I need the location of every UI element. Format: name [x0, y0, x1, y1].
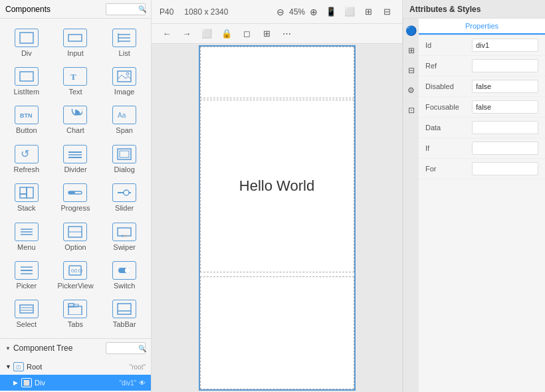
tree-collapse-icon[interactable]: ▼	[5, 345, 11, 351]
tree-item-icon-root: ◫	[13, 362, 24, 371]
prop-value-ref[interactable]	[472, 59, 538, 72]
svg-point-9	[126, 72, 129, 75]
component-label-picker: Picker	[17, 282, 37, 290]
tree-search-input[interactable]	[109, 344, 138, 352]
component-tabs[interactable]: Tabs	[52, 296, 100, 333]
component-div[interactable]: Div	[3, 24, 51, 61]
settings-icon[interactable]: ⚙	[403, 82, 419, 98]
split-button[interactable]: ⊞	[259, 27, 274, 41]
component-pickerview[interactable]: 00:00 PickerView	[52, 256, 100, 294]
components-grid: Div Input List ListItem T Text Image BTN…	[0, 19, 151, 338]
component-swiper[interactable]: Swiper	[100, 218, 148, 255]
redo-button[interactable]: →	[179, 27, 194, 41]
component-slider[interactable]: Slider	[100, 179, 148, 217]
prop-row-ref: Ref	[419, 56, 545, 76]
zoom-label: 45%	[289, 7, 305, 17]
tree-expand-root[interactable]: ▼	[5, 363, 12, 370]
prop-label-if: If	[425, 144, 472, 152]
svg-rect-30	[118, 228, 131, 236]
prop-row-for: For	[419, 159, 545, 179]
more-button[interactable]: ⋯	[279, 27, 294, 41]
undo-button[interactable]: ←	[160, 27, 174, 41]
component-option[interactable]: Option	[52, 218, 100, 255]
prop-value-for[interactable]	[472, 162, 538, 175]
component-icon-refresh: ↺	[15, 145, 39, 163]
component-image[interactable]: Image	[100, 62, 148, 100]
tree-expand-div1[interactable]: ▶	[13, 379, 20, 386]
canvas-area[interactable]: Hello World	[152, 44, 402, 392]
component-tabbar[interactable]: TabBar	[100, 296, 148, 333]
tree-item-root[interactable]: ▼ ◫ Root "root"	[0, 359, 151, 375]
component-switch[interactable]: Switch	[100, 256, 148, 294]
prop-label-for: For	[425, 165, 472, 173]
prop-label-focusable: Focusable	[425, 103, 472, 111]
device-frame-button[interactable]: ⬜	[199, 27, 214, 41]
component-label-chart: Chart	[66, 126, 84, 134]
prop-label-ref: Ref	[425, 62, 472, 70]
component-stack[interactable]: Stack	[3, 179, 51, 217]
phone-icon[interactable]: 📱	[324, 5, 338, 19]
prop-value-if[interactable]	[472, 142, 538, 155]
properties-icon[interactable]: 🔵	[403, 23, 419, 39]
svg-point-33	[126, 235, 128, 237]
svg-point-40	[125, 268, 130, 273]
grid-icon[interactable]: ⊟	[380, 5, 394, 19]
canvas-toolbar: P40 1080 x 2340 ⊖ 45% ⊕ 📱 ⬜ ⊞ ⊟	[152, 0, 402, 24]
component-label-refresh: Refresh	[14, 165, 40, 173]
prop-value-id[interactable]: div1	[472, 39, 538, 52]
tab-properties[interactable]: Properties	[419, 19, 545, 35]
component-icon-slider	[112, 183, 136, 202]
tree-item-value-root: "root"	[130, 363, 146, 371]
component-divider[interactable]: Divider	[52, 140, 100, 177]
prop-row-id: Id div1	[419, 35, 545, 56]
component-icon-select	[15, 300, 39, 318]
components-search-box[interactable]: 🔍	[106, 3, 146, 15]
prop-value-data[interactable]	[472, 121, 538, 134]
prop-label-id: Id	[425, 41, 472, 49]
lock-button[interactable]: 🔒	[219, 27, 234, 41]
component-label-image: Image	[114, 88, 135, 96]
svg-text:Aa: Aa	[118, 112, 126, 119]
prop-row-focusable: Focusable false	[419, 97, 545, 118]
component-input[interactable]: Input	[52, 24, 100, 61]
component-icon-list	[112, 29, 136, 47]
component-select[interactable]: Select	[3, 296, 51, 333]
component-text[interactable]: T Text	[52, 62, 100, 100]
component-icon-tabs	[63, 300, 87, 318]
svg-point-32	[124, 235, 126, 237]
svg-rect-22	[68, 191, 75, 194]
zoom-in-button[interactable]: ⊕	[308, 6, 320, 18]
border-button[interactable]: ◻	[239, 27, 254, 41]
prop-value-focusable[interactable]: false	[472, 100, 538, 114]
component-chart[interactable]: Chart	[52, 102, 100, 139]
eye-icon[interactable]: 👁	[139, 379, 146, 387]
tree-item-div1[interactable]: ▶ ⬜ Div "div1" 👁	[0, 375, 151, 391]
prop-label-disabled: Disabled	[425, 82, 472, 90]
tree-search-box[interactable]: 🔍	[106, 342, 146, 354]
component-menu[interactable]: Menu	[3, 218, 51, 255]
zoom-out-button[interactable]: ⊖	[274, 6, 286, 18]
component-tree-section: ▼ Component Tree 🔍 ▼ ◫ Root "root" ▶ ⬜ D…	[0, 338, 151, 392]
component-icon-tabbar	[112, 300, 136, 318]
layers-icon[interactable]: ⊞	[361, 5, 376, 19]
component-dialog[interactable]: Dialog	[100, 140, 148, 177]
component-picker[interactable]: Picker	[3, 256, 51, 294]
component-refresh[interactable]: ↺ Refresh	[3, 140, 51, 177]
components-search-input[interactable]	[109, 5, 138, 13]
tablet-icon[interactable]: ⬜	[342, 5, 357, 19]
component-list[interactable]: List	[100, 24, 148, 61]
prop-value-disabled[interactable]: false	[472, 80, 538, 93]
component-label-menu: Menu	[17, 243, 36, 251]
component-progress[interactable]: Progress	[52, 179, 100, 217]
component-listitem[interactable]: ListItem	[3, 62, 51, 100]
tree-item-label-div1: Div	[35, 379, 117, 387]
prop-row-data: Data	[419, 118, 545, 138]
component-button[interactable]: BTN Button	[3, 102, 51, 139]
tree-item-value-div1: "div1"	[120, 379, 136, 387]
component-icon-swiper	[112, 223, 136, 241]
component-span[interactable]: Aa Span	[100, 102, 148, 139]
component-icon-input	[63, 29, 87, 47]
style-icon[interactable]: ⊟	[403, 62, 419, 78]
data-icon[interactable]: ⊡	[403, 102, 419, 118]
layout-icon[interactable]: ⊞	[403, 43, 419, 58]
